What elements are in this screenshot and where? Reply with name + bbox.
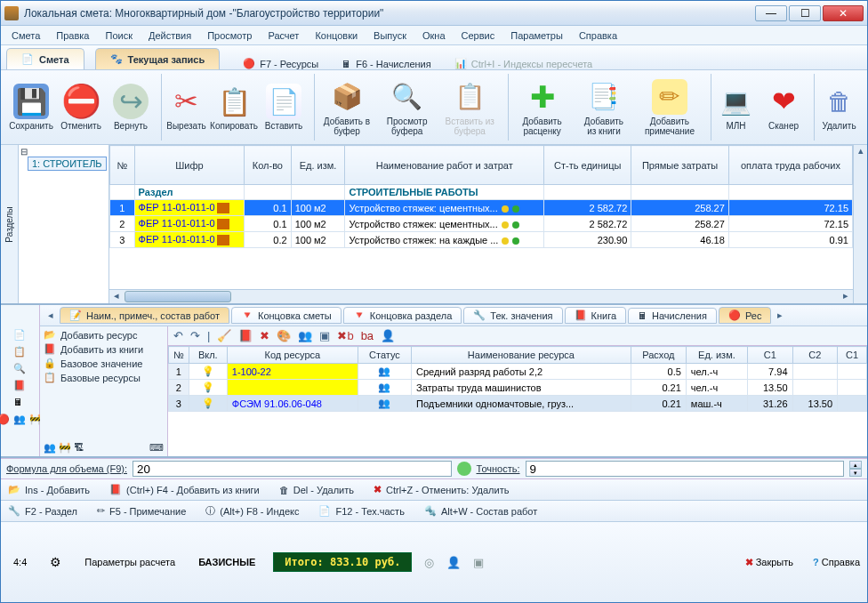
act-altf8-index[interactable]: ⓘ (Alt+) F8 - Индекс — [205, 504, 299, 518]
lower-tab-nav-left[interactable]: ◂ — [44, 310, 58, 321]
table-row[interactable]: 2ФЕР 11-01-011-00.1100 м2Устройство стяж… — [110, 216, 853, 232]
act-ins-add[interactable]: 📂 Ins - Добавить — [8, 484, 90, 495]
col-unitcost[interactable]: Ст-ть единицы — [544, 146, 631, 185]
lower-tab-current-values[interactable]: 🔧 Тек. значения — [463, 307, 562, 324]
rtool-undo[interactable]: ↶ — [173, 329, 183, 342]
menu-endings[interactable]: Концовки — [308, 28, 365, 43]
rcol-unit[interactable]: Ед. изм. — [686, 347, 747, 364]
link-f7-resources[interactable]: 🔴 F7 - Ресурсы — [243, 58, 318, 69]
action-add-from-book[interactable]: 📕 Добавить из книги — [44, 343, 164, 355]
horizontal-scrollbar[interactable]: ◂▸ — [109, 289, 853, 303]
menu-poisk[interactable]: Поиск — [98, 28, 139, 43]
vertical-scrollbar[interactable]: ▴ — [853, 145, 867, 303]
lower-tab-name[interactable]: 📝 Наим., примеч., состав работ — [60, 307, 229, 324]
lower-tab-book[interactable]: 📕 Книга — [565, 307, 627, 324]
rtool-paint[interactable]: 🎨 — [277, 329, 291, 342]
menu-smeta[interactable]: Смета — [4, 28, 47, 43]
close-button-status[interactable]: ✖ Закрыть — [745, 557, 793, 568]
precision-input[interactable] — [526, 461, 845, 477]
formula-apply-icon[interactable] — [457, 462, 471, 476]
sidebar-icon5[interactable]: 🖩 — [13, 397, 28, 411]
toolbar-addbuf[interactable]: Добавить в буфер — [314, 74, 375, 141]
menu-params[interactable]: Параметры — [503, 28, 570, 43]
menu-actions[interactable]: Действия — [141, 28, 198, 43]
col-labor[interactable]: оплата труда рабочих — [728, 146, 852, 185]
rtool-erase[interactable]: 🧹 — [217, 329, 231, 342]
status-ico-1[interactable]: ◎ — [424, 556, 434, 569]
formula-input[interactable] — [133, 461, 452, 477]
act-f2-section[interactable]: 🔧 F2 - Раздел — [8, 505, 77, 517]
close-button[interactable]: ✕ — [823, 5, 864, 21]
table-row[interactable]: 3ФЕР 11-01-011-00.2100 м2Устройство стяж… — [110, 232, 853, 248]
tab-current[interactable]: 🐾 Текущая запись — [95, 48, 221, 69]
toolbar-mln[interactable]: МЛН — [711, 74, 757, 141]
rtool-book[interactable]: 📕 — [238, 329, 253, 342]
rcol-c1[interactable]: С1 — [747, 347, 792, 364]
menu-calc[interactable]: Расчет — [261, 28, 306, 43]
rcol-code[interactable]: Код ресурса — [227, 347, 358, 364]
status-params[interactable]: Параметры расчета — [79, 556, 181, 569]
col-direct[interactable]: Прямые затраты — [631, 146, 728, 185]
rcol-c3[interactable]: С1 — [838, 347, 867, 364]
menu-service[interactable]: Сервис — [454, 28, 502, 43]
toolbar-copy[interactable]: Копировать — [211, 74, 257, 141]
filter-icon4[interactable]: ⌨ — [149, 442, 164, 454]
menu-pravka[interactable]: Правка — [49, 28, 96, 43]
link-f6-charges[interactable]: 🖩 F6 - Начисления — [342, 59, 431, 69]
sidebar-icon1[interactable]: 📄 — [13, 329, 28, 343]
col-unit[interactable]: Ед. изм. — [291, 146, 345, 185]
settings-icon[interactable]: ⚙ — [44, 553, 67, 571]
rcol-qty[interactable]: Расход — [631, 347, 686, 364]
toolbar-preview[interactable]: Просмотр буфера — [379, 74, 435, 141]
action-base-value[interactable]: 🔒 Базовое значение — [44, 358, 164, 369]
action-base-resources[interactable]: 📋 Базовые ресурсы — [44, 372, 164, 383]
table-row[interactable]: 1ФЕР 11-01-011-00.1100 м2Устройство стяж… — [110, 200, 853, 216]
toolbar-save[interactable]: Сохранить — [8, 74, 54, 141]
sections-sidebar[interactable]: Разделы — [1, 145, 19, 303]
toolbar-del[interactable]: Удалить — [814, 74, 860, 141]
menu-view[interactable]: Просмотр — [200, 28, 259, 43]
rtool-people[interactable]: 👥 — [298, 329, 312, 342]
rcol-c2[interactable]: С2 — [792, 347, 838, 364]
rcol-on[interactable]: Вкл. — [189, 347, 227, 364]
toolbar-paste[interactable]: Вставить — [261, 74, 307, 141]
toolbar-addnote[interactable]: Добавить примечание — [636, 74, 703, 141]
rtool-del[interactable]: ✖ — [260, 329, 269, 342]
outline-pane[interactable]: ⊟ 1: СТРОИТЕЛЬ — [19, 145, 109, 303]
tab-smeta[interactable]: 📄 Смета — [6, 48, 84, 69]
act-del[interactable]: 🗑 Del - Удалить — [279, 485, 354, 495]
toolbar-cut[interactable]: Вырезать — [161, 74, 207, 141]
rcol-n[interactable]: № — [169, 347, 189, 364]
filter-icon1[interactable]: 👥 — [44, 442, 56, 454]
rtool-user[interactable]: 👤 — [381, 329, 395, 342]
rtool-redo[interactable]: ↷ — [190, 329, 200, 342]
col-qty[interactable]: Кол-во — [245, 146, 292, 185]
action-add-resource[interactable]: 📂 Добавить ресурс — [44, 329, 164, 341]
rcol-status[interactable]: Статус — [358, 347, 411, 364]
act-f5-note[interactable]: ✏ F5 - Примечание — [97, 505, 186, 517]
sidebar-icon2[interactable]: 📋 — [13, 346, 28, 360]
toolbar-redo[interactable]: Вернуть — [108, 74, 154, 141]
rtool-xb[interactable]: ✖b — [337, 329, 353, 342]
rtool-box[interactable]: ▣ — [319, 329, 330, 342]
col-n[interactable]: № — [110, 146, 135, 185]
filter-icon3[interactable]: 🏗 — [74, 442, 84, 454]
maximize-button[interactable]: ☐ — [789, 5, 821, 21]
status-ico-3[interactable]: ▣ — [473, 556, 484, 569]
act-altw-compose[interactable]: 🔩 Alt+W - Состав работ — [424, 505, 537, 517]
col-code[interactable]: Шифр — [134, 146, 245, 185]
sidebar-icon3[interactable]: 🔍 — [13, 363, 28, 377]
precision-stepper[interactable]: ▴▾ — [849, 461, 862, 477]
filter-icon2[interactable]: 🚧 — [59, 442, 71, 454]
menu-output[interactable]: Выпуск — [366, 28, 414, 43]
table-row[interactable]: 3💡ФСЭМ 91.06.06-048👥Подъемники одномачто… — [169, 396, 867, 412]
lower-tab-charges[interactable]: 🖩 Начисления — [628, 308, 717, 324]
sidebar-icon4[interactable]: 📕 — [13, 380, 28, 394]
help-button-status[interactable]: ? Справка — [813, 557, 860, 567]
minimize-button[interactable]: — — [755, 5, 787, 21]
table-row[interactable]: 1💡1-100-22👥Средний разряд работы 2,20.5ч… — [169, 364, 867, 380]
rtool-ba[interactable]: ba — [361, 329, 374, 342]
lower-tab-end-smeta[interactable]: 🔻 Концовка сметы — [231, 307, 342, 324]
toolbar-undo[interactable]: Отменить — [58, 74, 104, 141]
rcol-name[interactable]: Наименование ресурса — [412, 347, 631, 364]
